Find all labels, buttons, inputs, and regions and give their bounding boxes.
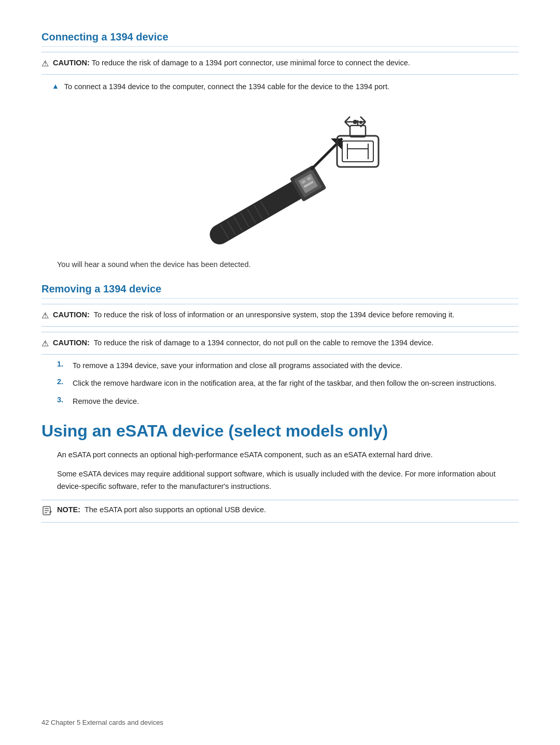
sound-detected-text: You will hear a sound when the device ha… (57, 260, 519, 269)
device-icon (337, 120, 379, 167)
removing-step-2: 2. Click the remove hardware icon in the… (57, 377, 519, 389)
esata-para1: An eSATA port connects an optional high-… (57, 449, 519, 461)
removing-heading: Removing a 1394 device (41, 283, 519, 299)
removing-caution1-body: To reduce the risk of loss of informatio… (94, 311, 455, 319)
connecting-heading: Connecting a 1394 device (41, 31, 519, 47)
note-icon (41, 505, 53, 518)
caution-icon-3: ⚠ (41, 339, 49, 348)
note-svg-icon (41, 505, 53, 516)
svg-line-28 (345, 122, 350, 127)
esata-section: Using an eSATA device (select models onl… (41, 421, 519, 523)
note-body: The eSATA port also supports an optional… (85, 505, 266, 514)
esata-note-text: NOTE: The eSATA port also supports an op… (57, 504, 266, 516)
step-2-num: 2. (57, 377, 68, 386)
caution-label-1: CAUTION: (53, 59, 90, 67)
cable-illustration-svg (145, 110, 415, 245)
cable-image-area (41, 105, 519, 250)
removing-caution1-text: CAUTION: To reduce the risk of loss of i… (53, 310, 454, 321)
step-1-num: 1. (57, 360, 68, 368)
bullet-triangle-icon: ▲ (52, 82, 59, 90)
removing-caution1: ⚠ CAUTION: To reduce the risk of loss of… (41, 304, 519, 327)
esata-note: NOTE: The eSATA port also supports an op… (41, 500, 519, 523)
note-label: NOTE: (57, 505, 80, 514)
footer: 42 Chapter 5 External cards and devices (41, 719, 163, 726)
connecting-caution1-text: CAUTION: To reduce the risk of damage to… (53, 58, 410, 69)
esata-para2: Some eSATA devices may require additiona… (57, 468, 519, 492)
esata-heading: Using an eSATA device (select models onl… (41, 421, 519, 441)
step-3-num: 3. (57, 396, 68, 404)
caution1-body: To reduce the risk of damage to a 1394 p… (92, 59, 410, 67)
removing-step-3: 3. Remove the device. (57, 396, 519, 407)
caution-icon-2: ⚠ (41, 311, 49, 320)
removing-step-1: 1. To remove a 1394 device, save your in… (57, 360, 519, 371)
removing-caution2-text: CAUTION: To reduce the risk of damage to… (53, 338, 433, 349)
connecting-caution1: ⚠ CAUTION: To reduce the risk of damage … (41, 52, 519, 75)
removing-caution2: ⚠ CAUTION: To reduce the risk of damage … (41, 332, 519, 355)
step-3-text: Remove the device. (73, 396, 139, 407)
caution-icon-1: ⚠ (41, 59, 49, 68)
caution-label-2: CAUTION: (53, 311, 90, 319)
caution-label-3: CAUTION: (53, 339, 90, 347)
svg-line-27 (345, 117, 350, 122)
connecting-bullet-text: To connect a 1394 device to the computer… (64, 81, 389, 92)
step-2-text: Click the remove hardware icon in the no… (73, 377, 496, 389)
removing-steps: 1. To remove a 1394 device, save your in… (57, 360, 519, 407)
footer-text: 42 Chapter 5 External cards and devices (41, 719, 163, 726)
removing-section: Removing a 1394 device ⚠ CAUTION: To red… (41, 283, 519, 407)
connecting-section: Connecting a 1394 device ⚠ CAUTION: To r… (41, 31, 519, 269)
step-1-text: To remove a 1394 device, save your infor… (73, 360, 402, 371)
removing-caution2-body: To reduce the risk of damage to a 1394 c… (94, 339, 433, 347)
connecting-bullet: ▲ To connect a 1394 device to the comput… (52, 81, 519, 92)
